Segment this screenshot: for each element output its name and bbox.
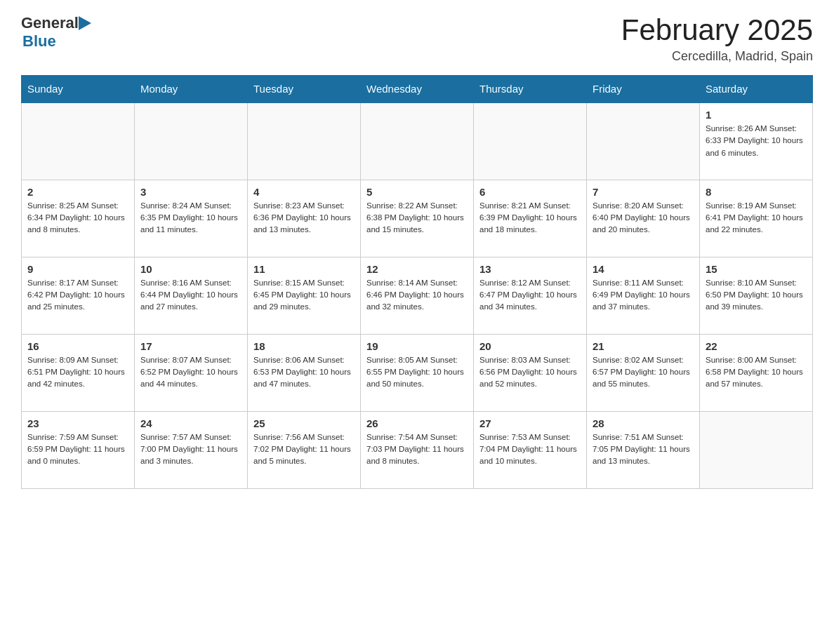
header-monday: Monday — [135, 76, 248, 103]
day-info: Sunrise: 8:07 AM Sunset: 6:52 PM Dayligh… — [140, 356, 238, 389]
day-info: Sunrise: 8:16 AM Sunset: 6:44 PM Dayligh… — [140, 279, 238, 311]
week-row-2: 2Sunrise: 8:25 AM Sunset: 6:34 PM Daylig… — [22, 180, 813, 257]
day-cell: 20Sunrise: 8:03 AM Sunset: 6:56 PM Dayli… — [474, 334, 587, 411]
day-cell: 14Sunrise: 8:11 AM Sunset: 6:49 PM Dayli… — [587, 257, 700, 334]
day-info: Sunrise: 8:05 AM Sunset: 6:55 PM Dayligh… — [366, 356, 464, 389]
day-info: Sunrise: 8:20 AM Sunset: 6:40 PM Dayligh… — [593, 201, 690, 234]
logo: General Blue — [21, 14, 91, 51]
header-friday: Friday — [587, 76, 700, 103]
day-cell: 10Sunrise: 8:16 AM Sunset: 6:44 PM Dayli… — [135, 257, 248, 334]
day-cell: 6Sunrise: 8:21 AM Sunset: 6:39 PM Daylig… — [474, 180, 587, 257]
day-number: 1 — [706, 109, 807, 121]
day-cell: 1Sunrise: 8:26 AM Sunset: 6:33 PM Daylig… — [700, 102, 813, 180]
day-number: 17 — [140, 340, 241, 352]
day-number: 23 — [27, 417, 128, 429]
month-title: February 2025 — [621, 14, 813, 46]
day-info: Sunrise: 8:17 AM Sunset: 6:42 PM Dayligh… — [27, 279, 125, 311]
day-info: Sunrise: 8:19 AM Sunset: 6:41 PM Dayligh… — [706, 201, 803, 234]
week-row-4: 16Sunrise: 8:09 AM Sunset: 6:51 PM Dayli… — [22, 334, 813, 411]
day-number: 8 — [706, 186, 807, 198]
day-info: Sunrise: 8:10 AM Sunset: 6:50 PM Dayligh… — [706, 279, 803, 311]
day-info: Sunrise: 7:51 AM Sunset: 7:05 PM Dayligh… — [593, 433, 690, 466]
day-number: 9 — [27, 263, 128, 275]
day-number: 21 — [593, 340, 694, 352]
day-cell: 11Sunrise: 8:15 AM Sunset: 6:45 PM Dayli… — [248, 257, 361, 334]
day-number: 12 — [366, 263, 468, 275]
day-info: Sunrise: 8:02 AM Sunset: 6:57 PM Dayligh… — [593, 356, 690, 389]
day-cell: 13Sunrise: 8:12 AM Sunset: 6:47 PM Dayli… — [474, 257, 587, 334]
day-cell: 26Sunrise: 7:54 AM Sunset: 7:03 PM Dayli… — [361, 411, 474, 488]
day-cell — [135, 102, 248, 180]
day-cell: 7Sunrise: 8:20 AM Sunset: 6:40 PM Daylig… — [587, 180, 700, 257]
day-cell: 28Sunrise: 7:51 AM Sunset: 7:05 PM Dayli… — [587, 411, 700, 488]
day-info: Sunrise: 7:57 AM Sunset: 7:00 PM Dayligh… — [140, 433, 238, 466]
day-cell: 5Sunrise: 8:22 AM Sunset: 6:38 PM Daylig… — [361, 180, 474, 257]
day-cell — [361, 102, 474, 180]
day-cell: 27Sunrise: 7:53 AM Sunset: 7:04 PM Dayli… — [474, 411, 587, 488]
day-number: 25 — [253, 417, 355, 429]
svg-marker-0 — [79, 16, 91, 30]
day-cell: 8Sunrise: 8:19 AM Sunset: 6:41 PM Daylig… — [700, 180, 813, 257]
day-cell: 24Sunrise: 7:57 AM Sunset: 7:00 PM Dayli… — [135, 411, 248, 488]
day-number: 27 — [479, 417, 581, 429]
day-info: Sunrise: 8:25 AM Sunset: 6:34 PM Dayligh… — [27, 201, 125, 234]
day-cell — [22, 102, 135, 180]
day-number: 3 — [140, 186, 241, 198]
day-number: 18 — [253, 340, 355, 352]
day-cell: 2Sunrise: 8:25 AM Sunset: 6:34 PM Daylig… — [22, 180, 135, 257]
day-info: Sunrise: 7:59 AM Sunset: 6:59 PM Dayligh… — [27, 433, 125, 466]
day-info: Sunrise: 8:11 AM Sunset: 6:49 PM Dayligh… — [593, 279, 690, 311]
days-header-row: SundayMondayTuesdayWednesdayThursdayFrid… — [22, 76, 813, 103]
day-cell — [700, 411, 813, 488]
day-number: 4 — [253, 186, 355, 198]
day-number: 20 — [479, 340, 581, 352]
day-cell: 21Sunrise: 8:02 AM Sunset: 6:57 PM Dayli… — [587, 334, 700, 411]
week-row-3: 9Sunrise: 8:17 AM Sunset: 6:42 PM Daylig… — [22, 257, 813, 334]
day-cell — [587, 102, 700, 180]
day-info: Sunrise: 8:23 AM Sunset: 6:36 PM Dayligh… — [253, 201, 351, 234]
logo-arrow-icon — [79, 16, 91, 30]
header-thursday: Thursday — [474, 76, 587, 103]
day-cell: 15Sunrise: 8:10 AM Sunset: 6:50 PM Dayli… — [700, 257, 813, 334]
day-cell: 22Sunrise: 8:00 AM Sunset: 6:58 PM Dayli… — [700, 334, 813, 411]
day-number: 28 — [593, 417, 694, 429]
logo-blue-text: Blue — [22, 32, 91, 51]
day-number: 7 — [593, 186, 694, 198]
week-row-1: 1Sunrise: 8:26 AM Sunset: 6:33 PM Daylig… — [22, 102, 813, 180]
day-number: 26 — [366, 417, 468, 429]
day-number: 13 — [479, 263, 581, 275]
day-info: Sunrise: 8:03 AM Sunset: 6:56 PM Dayligh… — [479, 356, 577, 389]
day-info: Sunrise: 7:56 AM Sunset: 7:02 PM Dayligh… — [253, 433, 351, 466]
day-info: Sunrise: 8:14 AM Sunset: 6:46 PM Dayligh… — [366, 279, 464, 311]
calendar-table: SundayMondayTuesdayWednesdayThursdayFrid… — [21, 75, 813, 489]
logo-general-text: General — [21, 14, 79, 32]
week-row-5: 23Sunrise: 7:59 AM Sunset: 6:59 PM Dayli… — [22, 411, 813, 488]
day-number: 14 — [593, 263, 694, 275]
day-info: Sunrise: 7:54 AM Sunset: 7:03 PM Dayligh… — [366, 433, 464, 466]
day-cell: 23Sunrise: 7:59 AM Sunset: 6:59 PM Dayli… — [22, 411, 135, 488]
day-info: Sunrise: 8:21 AM Sunset: 6:39 PM Dayligh… — [479, 201, 577, 234]
title-block: February 2025 Cercedilla, Madrid, Spain — [621, 14, 813, 64]
day-cell: 17Sunrise: 8:07 AM Sunset: 6:52 PM Dayli… — [135, 334, 248, 411]
day-info: Sunrise: 8:24 AM Sunset: 6:35 PM Dayligh… — [140, 201, 238, 234]
day-cell — [248, 102, 361, 180]
header-tuesday: Tuesday — [248, 76, 361, 103]
day-number: 19 — [366, 340, 468, 352]
day-number: 2 — [27, 186, 128, 198]
day-number: 22 — [706, 340, 807, 352]
day-cell: 12Sunrise: 8:14 AM Sunset: 6:46 PM Dayli… — [361, 257, 474, 334]
day-info: Sunrise: 7:53 AM Sunset: 7:04 PM Dayligh… — [479, 433, 577, 466]
day-cell: 16Sunrise: 8:09 AM Sunset: 6:51 PM Dayli… — [22, 334, 135, 411]
day-number: 24 — [140, 417, 241, 429]
day-number: 15 — [706, 263, 807, 275]
day-cell: 3Sunrise: 8:24 AM Sunset: 6:35 PM Daylig… — [135, 180, 248, 257]
day-number: 10 — [140, 263, 241, 275]
day-info: Sunrise: 8:09 AM Sunset: 6:51 PM Dayligh… — [27, 356, 125, 389]
day-number: 16 — [27, 340, 128, 352]
day-info: Sunrise: 8:22 AM Sunset: 6:38 PM Dayligh… — [366, 201, 464, 234]
day-info: Sunrise: 8:06 AM Sunset: 6:53 PM Dayligh… — [253, 356, 351, 389]
page-header: General Blue February 2025 Cercedilla, M… — [21, 14, 813, 64]
day-cell: 25Sunrise: 7:56 AM Sunset: 7:02 PM Dayli… — [248, 411, 361, 488]
header-saturday: Saturday — [700, 76, 813, 103]
day-info: Sunrise: 8:26 AM Sunset: 6:33 PM Dayligh… — [706, 124, 803, 157]
